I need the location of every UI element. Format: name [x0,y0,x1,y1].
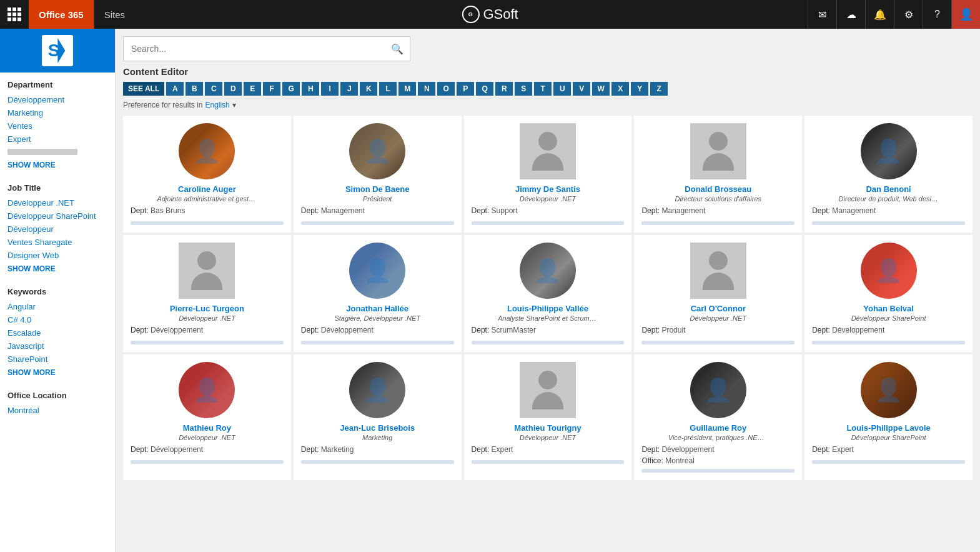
person-name[interactable]: Jean-Luc Brisebois [340,423,415,433]
person-avatar: 👤 [179,123,235,179]
sidebar-item-javascript[interactable]: Javascript [7,339,107,353]
placeholder-figure [532,132,563,171]
person-card: 👤 Jonathan Hallée Stagière, Développeur … [294,235,462,352]
cloud-icon-button[interactable]: ☁ [836,0,865,29]
alpha-btn-l[interactable]: L [379,82,397,96]
sites-label[interactable]: Sites [94,0,135,29]
alpha-btn-i[interactable]: I [321,82,339,96]
person-dept-value: ScrumMaster [492,326,536,334]
placeholder-head [197,251,216,270]
alpha-btn-u[interactable]: U [553,82,571,96]
sidebar-item-marketing[interactable]: Marketing [7,106,107,119]
person-title: Développeur .NET [690,314,747,322]
person-name[interactable]: Louis-Philippe Vallée [507,304,588,313]
alpha-btn-o[interactable]: O [437,82,455,96]
alpha-btn-w[interactable]: W [592,82,610,96]
waffle-menu-button[interactable] [0,0,29,29]
bell-icon-button[interactable]: 🔔 [865,0,894,29]
sidebar-item-csharp[interactable]: C# 4.0 [7,313,107,326]
person-name[interactable]: Donald Brosseau [685,184,751,194]
alpha-btn-m[interactable]: M [398,82,416,96]
person-dept: Dept: Marketing [301,445,354,454]
alpha-btn-p[interactable]: P [457,82,474,96]
sidebar-item-expert[interactable]: Expert [7,133,107,146]
person-name[interactable]: Dan Benoni [866,184,911,194]
person-title: Développeur SharePoint [851,434,926,441]
alpha-btn-k[interactable]: K [360,82,377,96]
alpha-btn-y[interactable]: Y [631,82,648,96]
sidebar-item-ventes-sharegate[interactable]: Ventes Sharegate [7,236,107,249]
person-dept-value: Développement [151,326,203,334]
person-avatar: 👤 [520,243,576,299]
person-name[interactable]: Carl O'Connor [691,304,746,313]
alpha-btn-t[interactable]: T [534,82,552,96]
search-icon: 🔍 [391,43,403,55]
sharepoint-logo-box: S [42,35,73,66]
alpha-btn-d[interactable]: D [224,82,242,96]
person-name[interactable]: Mathieu Tourigny [514,423,581,433]
alpha-btn-s[interactable]: S [515,82,532,96]
person-name[interactable]: Guillaume Roy [690,423,746,433]
sidebar-item-dev[interactable]: Développeur [7,223,107,236]
alpha-btn-g[interactable]: G [282,82,300,96]
alpha-btn-b[interactable]: B [186,82,203,96]
office365-title[interactable]: Office 365 [29,0,94,29]
sidebar-item-dev-net[interactable]: Développeur .NET [7,196,107,209]
sidebar-item-montreal[interactable]: Montréal [7,404,107,417]
alpha-btn-j[interactable]: J [340,82,358,96]
alpha-btn-r[interactable]: R [495,82,513,96]
cloud-icon: ☁ [846,9,856,21]
card-footer-bar [812,221,965,225]
person-office-value: Montréal [665,456,695,465]
show-more-keywords[interactable]: SHOW MORE [7,366,107,383]
alpha-btn-f[interactable]: F [263,82,280,96]
top-navigation: Office 365 Sites G GSoft ✉ ☁ 🔔 ⚙ ? 👤 [0,0,980,29]
pref-lang-button[interactable]: English [205,101,229,109]
sidebar-item-dev-sharepoint[interactable]: Développeur SharePoint [7,209,107,223]
person-dept-value: Développement [321,326,374,334]
show-more-jobtitle[interactable]: SHOW MORE [7,262,107,279]
person-title: Marketing [362,434,392,441]
alpha-btn-z[interactable]: Z [650,82,668,96]
person-name[interactable]: Jonathan Hallée [346,304,408,313]
alpha-btn-see-all[interactable]: SEE ALL [123,82,164,96]
person-card: Jimmy De Santis Développeur .NET Dept: S… [464,116,632,233]
sidebar-item-sharepoint[interactable]: SharePoint [7,353,107,366]
person-avatar: 👤 [349,123,405,179]
person-name[interactable]: Caroline Auger [178,184,236,194]
search-button[interactable]: 🔍 [385,37,410,61]
envelope-icon-button[interactable]: ✉ [808,0,836,29]
gear-icon-button[interactable]: ⚙ [894,0,923,29]
content-area: 🔍 Content Editor SEE ALLABCDEFGHIJKLMNOP… [116,29,980,552]
user-avatar-button[interactable]: 👤 [951,0,980,29]
person-avatar-placeholder [690,123,746,179]
sharepoint-arrow [57,38,65,63]
alpha-btn-v[interactable]: V [573,82,590,96]
sidebar-item-developpement[interactable]: Développement [7,93,107,106]
sidebar: S Department Développement Marketing Ven… [0,29,116,552]
person-name[interactable]: Mathieu Roy [183,423,231,433]
alpha-btn-q[interactable]: Q [476,82,493,96]
person-name[interactable]: Yohan Belval [863,304,914,313]
placeholder-body [532,392,563,409]
person-name[interactable]: Pierre-Luc Turgeon [170,304,244,313]
alpha-btn-e[interactable]: E [244,82,261,96]
alpha-btn-a[interactable]: A [166,82,184,96]
person-dept: Dept: Management [301,206,365,215]
keywords-section: Keywords Angular C# 4.0 Escalade Javascr… [0,279,115,383]
person-name[interactable]: Simon De Baene [345,184,410,194]
show-more-department[interactable]: SHOW MORE [7,158,107,176]
alpha-btn-x[interactable]: X [611,82,629,96]
search-input[interactable] [124,39,385,59]
alpha-btn-n[interactable]: N [418,82,435,96]
alpha-btn-c[interactable]: C [205,82,222,96]
sidebar-item-escalade[interactable]: Escalade [7,326,107,339]
alpha-btn-h[interactable]: H [302,82,319,96]
sidebar-item-ventes[interactable]: Ventes [7,119,107,133]
person-name[interactable]: Louis-Philippe Lavoie [846,423,930,433]
person-avatar-placeholder [179,243,235,299]
sidebar-item-angular[interactable]: Angular [7,300,107,313]
person-name[interactable]: Jimmy De Santis [515,184,580,194]
help-icon-button[interactable]: ? [923,0,951,29]
sidebar-item-designer-web[interactable]: Designer Web [7,249,107,262]
